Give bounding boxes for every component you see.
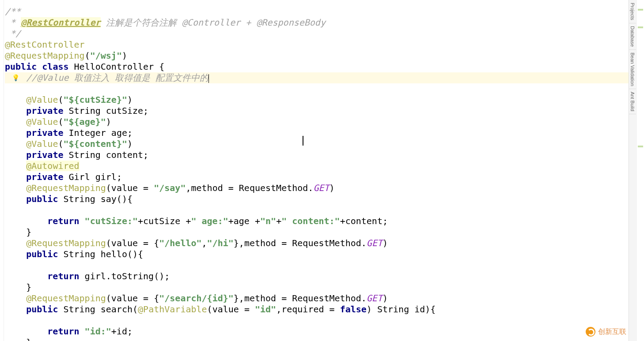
annotation: @RestController <box>5 39 85 50</box>
annotation: @RequestMapping <box>5 50 85 61</box>
annotation: @RequestMapping <box>26 293 106 304</box>
annotation-autowired: @Autowired <box>26 161 79 171</box>
line-comment: //@Value 取值注入 取得值是 配置文件中的 <box>26 72 208 83</box>
keyword: return <box>47 216 79 226</box>
annotation: @Value <box>26 116 58 127</box>
tab-projects[interactable]: Projects <box>629 0 636 23</box>
annotation: @RequestMapping <box>26 238 106 248</box>
code-block[interactable]: /** * @RestController 注解是个符合注解 @Controll… <box>5 6 644 341</box>
text-cursor <box>208 74 209 83</box>
watermark-text: 创新互联 <box>598 327 626 337</box>
keyword: private <box>26 105 63 116</box>
tab-ant-build[interactable]: Ant Build <box>629 89 636 114</box>
annotation: @RequestMapping <box>26 183 106 193</box>
intention-bulb-icon[interactable]: 💡 <box>12 72 19 83</box>
watermark-logo-icon <box>586 327 595 337</box>
annotation: @Value <box>26 94 58 105</box>
scrollbar-marker[interactable] <box>638 146 643 147</box>
doc-comment-end: */ <box>5 28 21 39</box>
scrollbar-marker[interactable] <box>638 9 643 11</box>
watermark: 创新互联 <box>586 327 626 337</box>
code-area[interactable]: /** * @RestController 注解是个符合注解 @Controll… <box>4 0 644 341</box>
right-tool-tabs: Projects Database Bean Validation Ant Bu… <box>629 0 637 341</box>
scrollbar-marker[interactable] <box>638 26 643 28</box>
secondary-caret-icon <box>303 136 303 146</box>
scrollbar-track[interactable] <box>636 0 644 341</box>
editor-pane: /** * @RestController 注解是个符合注解 @Controll… <box>0 0 644 341</box>
doc-comment-start: /** <box>5 6 21 17</box>
annotation: @Value <box>26 139 58 149</box>
doc-comment: * @RestController 注解是个符合注解 @Controller +… <box>5 17 326 28</box>
gutter <box>0 0 4 341</box>
tab-database[interactable]: Database <box>629 23 636 50</box>
keyword: public <box>5 61 37 72</box>
tab-bean-validation[interactable]: Bean Validation <box>629 50 636 89</box>
